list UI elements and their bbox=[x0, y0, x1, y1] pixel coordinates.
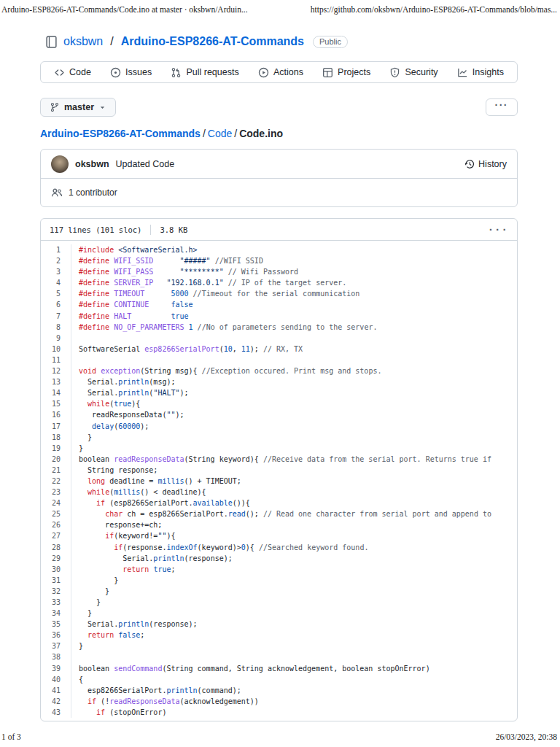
line-number[interactable]: 42 bbox=[41, 696, 71, 707]
line-number[interactable]: 21 bbox=[41, 465, 71, 476]
breadcrumb-repo-link[interactable]: Arduino-ESP8266-AT-Commands bbox=[40, 128, 201, 139]
line-content: { bbox=[71, 674, 83, 685]
line-content: #define SERVER_IP "192.168.0.1" // IP of… bbox=[71, 277, 346, 288]
code-lines[interactable]: 1#include <SoftwareSerial.h>2#define WIF… bbox=[41, 241, 517, 718]
line-number[interactable]: 7 bbox=[41, 311, 71, 322]
breadcrumb-folder-link[interactable]: Code bbox=[208, 128, 232, 139]
line-number[interactable]: 6 bbox=[41, 299, 71, 310]
file-size: 3.8 KB bbox=[160, 225, 187, 234]
line-number[interactable]: 4 bbox=[41, 277, 71, 288]
tab-actions[interactable]: Actions bbox=[258, 67, 303, 78]
line-number[interactable]: 11 bbox=[41, 355, 71, 365]
line-number[interactable]: 28 bbox=[41, 542, 71, 553]
commit-message[interactable]: Updated Code bbox=[116, 159, 175, 169]
line-number[interactable]: 26 bbox=[41, 519, 71, 530]
line-number[interactable]: 41 bbox=[41, 685, 71, 696]
print-header-title: Arduino-ESP8266-AT-Commands/Code.ino at … bbox=[1, 5, 248, 14]
line-number[interactable]: 14 bbox=[41, 387, 71, 398]
line-content: #define WIFI_SSID "#####" //WIFI SSID bbox=[71, 255, 263, 266]
history-button[interactable]: History bbox=[464, 159, 507, 169]
line-content: } bbox=[71, 608, 92, 619]
avatar[interactable] bbox=[51, 155, 69, 173]
line-content: delay(60000); bbox=[71, 421, 149, 432]
code-line: 21 String response; bbox=[41, 465, 517, 476]
code-icon bbox=[54, 67, 65, 78]
line-content: while(millis() < deadline){ bbox=[71, 487, 206, 498]
line-number[interactable]: 1 bbox=[41, 244, 71, 255]
line-number[interactable]: 10 bbox=[41, 344, 71, 355]
tab-issues[interactable]: Issues bbox=[110, 67, 152, 78]
commit-author-link[interactable]: oksbwn bbox=[75, 159, 109, 169]
line-number[interactable]: 23 bbox=[41, 487, 71, 498]
line-number[interactable]: 36 bbox=[41, 630, 71, 640]
tab-security[interactable]: Security bbox=[389, 67, 438, 78]
print-footer: 1 of 3 26/03/2023, 20:38 bbox=[1, 732, 557, 741]
tab-insights[interactable]: Insights bbox=[457, 67, 504, 78]
line-content: } bbox=[71, 640, 83, 651]
line-number[interactable]: 43 bbox=[41, 707, 71, 718]
code-line: 2#define WIFI_SSID "#####" //WIFI SSID bbox=[41, 255, 517, 266]
line-number[interactable]: 24 bbox=[41, 498, 71, 508]
line-number[interactable]: 33 bbox=[41, 597, 71, 608]
line-content: } bbox=[71, 575, 118, 586]
toolbar-kebab-button[interactable]: ··· bbox=[486, 98, 518, 116]
line-number[interactable]: 8 bbox=[41, 322, 71, 333]
tab-pull-requests[interactable]: Pull requests bbox=[171, 67, 238, 78]
line-content bbox=[71, 355, 83, 365]
tab-code[interactable]: Code bbox=[54, 67, 91, 78]
line-number[interactable]: 5 bbox=[41, 288, 71, 299]
line-number[interactable]: 32 bbox=[41, 586, 71, 597]
tab-code-label: Code bbox=[69, 67, 91, 77]
line-content: while(true){ bbox=[71, 398, 140, 409]
repo-name-link[interactable]: Arduino-ESP8266-AT-Commands bbox=[121, 35, 304, 48]
line-number[interactable]: 30 bbox=[41, 564, 71, 575]
repo-owner-link[interactable]: oksbwn bbox=[63, 35, 103, 48]
line-number[interactable]: 27 bbox=[41, 530, 71, 541]
tab-pull-requests-label: Pull requests bbox=[186, 67, 238, 77]
contributors-row[interactable]: 1 contributor bbox=[41, 179, 517, 206]
line-number[interactable]: 39 bbox=[41, 663, 71, 674]
commit-card: oksbwn Updated Code History 1 contributo… bbox=[40, 149, 518, 207]
line-content: Serial.println("HALT"); bbox=[71, 387, 189, 398]
line-number[interactable]: 29 bbox=[41, 553, 71, 564]
line-number[interactable]: 9 bbox=[41, 333, 71, 344]
line-number[interactable]: 40 bbox=[41, 674, 71, 685]
line-content: #define HALT true bbox=[71, 311, 189, 322]
line-number[interactable]: 19 bbox=[41, 443, 71, 454]
line-content: char ch = esp8266SerialPort.read(); // R… bbox=[71, 508, 491, 519]
code-line: 4#define SERVER_IP "192.168.0.1" // IP o… bbox=[41, 277, 517, 288]
code-line: 3#define WIFI_PASS "********" // Wifi Pa… bbox=[41, 266, 517, 277]
file-kebab-button[interactable]: ··· bbox=[488, 224, 508, 235]
line-number[interactable]: 20 bbox=[41, 454, 71, 465]
code-line: 29 Serial.println(response); bbox=[41, 553, 517, 564]
line-content: Serial.println(response); bbox=[71, 619, 198, 630]
line-number[interactable]: 2 bbox=[41, 255, 71, 266]
line-number[interactable]: 12 bbox=[41, 365, 71, 376]
tab-issues-label: Issues bbox=[125, 67, 152, 77]
code-line: 31 } bbox=[41, 575, 517, 586]
line-number[interactable]: 38 bbox=[41, 651, 71, 662]
print-header-url: https://github.com/oksbwn/Arduino-ESP826… bbox=[311, 5, 557, 14]
line-number[interactable]: 16 bbox=[41, 409, 71, 420]
line-number[interactable]: 35 bbox=[41, 619, 71, 630]
branch-selector[interactable]: master bbox=[40, 98, 116, 117]
line-number[interactable]: 17 bbox=[41, 421, 71, 432]
line-number[interactable]: 18 bbox=[41, 432, 71, 443]
line-number[interactable]: 34 bbox=[41, 608, 71, 619]
tab-projects[interactable]: Projects bbox=[322, 67, 370, 78]
line-number[interactable]: 13 bbox=[41, 376, 71, 387]
line-number[interactable]: 22 bbox=[41, 476, 71, 487]
line-number[interactable]: 37 bbox=[41, 640, 71, 651]
line-content: readResponseData(""); bbox=[71, 409, 184, 420]
file-header: 117 lines (101 sloc) 3.8 KB ··· bbox=[41, 219, 517, 241]
line-content: return false; bbox=[71, 630, 144, 640]
code-line: 20boolean readResponseData(String keywor… bbox=[41, 454, 517, 465]
tab-projects-label: Projects bbox=[338, 67, 370, 77]
repo-separator: / bbox=[110, 35, 113, 48]
line-number[interactable]: 15 bbox=[41, 398, 71, 409]
line-number[interactable]: 31 bbox=[41, 575, 71, 586]
line-number[interactable]: 25 bbox=[41, 508, 71, 519]
line-content: if(response.indexOf(keyword)>0){ //Searc… bbox=[71, 542, 368, 553]
line-number[interactable]: 3 bbox=[41, 266, 71, 277]
code-line: 24 if (esp8266SerialPort.available()){ bbox=[41, 498, 517, 508]
